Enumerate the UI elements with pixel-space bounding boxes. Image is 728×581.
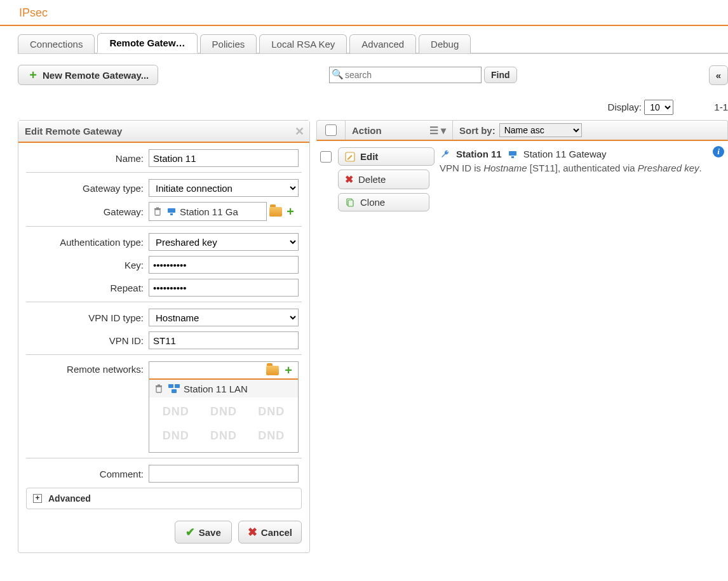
- vpnid-input[interactable]: [149, 331, 299, 349]
- add-icon[interactable]: +: [285, 206, 296, 217]
- search-input[interactable]: [329, 67, 482, 83]
- panel-title-label: Edit Remote Gateway: [25, 126, 122, 137]
- edit-label: Edit: [360, 151, 378, 162]
- svg-rect-15: [511, 156, 514, 158]
- tab-connections[interactable]: Connections: [18, 34, 95, 53]
- new-remote-gateway-label: New Remote Gateway...: [43, 70, 149, 81]
- svg-rect-14: [509, 151, 516, 156]
- pager-prev-button[interactable]: «: [709, 65, 728, 85]
- remote-networks-box: + Station 11 LAN: [149, 361, 299, 453]
- gateway-label: Gateway:: [26, 206, 149, 217]
- gateway-type-label: Gateway type:: [26, 183, 149, 194]
- svg-rect-10: [172, 389, 177, 393]
- gateway-object-name: Station 11 Ga: [180, 206, 238, 217]
- list-header: Action ☰ ▾ Sort by: Name asc: [316, 120, 728, 141]
- find-label: Find: [491, 70, 510, 80]
- clone-label: Clone: [360, 197, 385, 208]
- host-icon: [166, 206, 177, 217]
- folder-icon[interactable]: [266, 366, 279, 375]
- svg-rect-4: [170, 213, 173, 215]
- wrench-icon: [440, 149, 451, 160]
- network-item[interactable]: Station 11 LAN: [149, 380, 298, 397]
- trash-icon[interactable]: [152, 206, 163, 217]
- host-icon: [507, 149, 518, 160]
- folder-icon[interactable]: [269, 207, 282, 217]
- close-icon[interactable]: ✕: [295, 124, 304, 138]
- edit-icon: [345, 152, 355, 162]
- key-label: Key:: [26, 260, 149, 270]
- name-label: Name:: [26, 153, 149, 164]
- svg-rect-7: [158, 385, 160, 386]
- list-view-icon[interactable]: ☰ ▾: [429, 124, 446, 137]
- svg-rect-6: [156, 385, 162, 387]
- tab-policies[interactable]: Policies: [200, 34, 257, 53]
- svg-rect-1: [154, 208, 161, 210]
- delete-button[interactable]: ✖ Delete: [338, 170, 429, 189]
- delete-label: Delete: [358, 174, 386, 185]
- expand-icon: +: [33, 494, 42, 503]
- dnd-placeholder: DND: [156, 401, 196, 425]
- comment-input[interactable]: [149, 465, 299, 483]
- chevron-left-icon: «: [716, 70, 721, 81]
- clone-button[interactable]: Clone: [338, 193, 429, 211]
- action-header-label: Action: [352, 125, 382, 136]
- svg-rect-2: [156, 208, 159, 209]
- vpnid-type-label: VPN ID type:: [26, 312, 149, 323]
- svg-rect-0: [155, 210, 160, 215]
- svg-rect-8: [168, 384, 173, 388]
- svg-rect-13: [348, 200, 353, 206]
- cancel-button[interactable]: ✖ Cancel: [238, 521, 302, 544]
- svg-rect-9: [175, 384, 180, 388]
- dnd-dropzone[interactable]: DND DND DND DND DND DND: [149, 397, 298, 452]
- info-icon[interactable]: i: [713, 146, 724, 157]
- svg-rect-5: [156, 387, 161, 392]
- repeat-input[interactable]: [149, 279, 299, 297]
- dnd-placeholder: DND: [252, 425, 291, 450]
- tab-advanced[interactable]: Advanced: [349, 34, 416, 53]
- auth-type-label: Authentication type:: [26, 237, 149, 248]
- comment-label: Comment:: [26, 469, 149, 479]
- item-name: Station 11: [456, 147, 502, 161]
- find-button[interactable]: Find: [484, 67, 517, 83]
- vpnid-label: VPN ID:: [26, 335, 149, 346]
- page-title: IPsec: [0, 0, 728, 26]
- select-all-checkbox[interactable]: [325, 124, 337, 136]
- trash-icon[interactable]: [153, 383, 165, 394]
- new-remote-gateway-button[interactable]: + New Remote Gateway...: [18, 65, 158, 85]
- check-icon: ✔: [185, 525, 195, 539]
- network-item-name: Station 11 LAN: [184, 384, 248, 394]
- key-input[interactable]: [149, 256, 299, 274]
- display-range: 1-1: [714, 102, 728, 112]
- list-row: Edit ✖ Delete Clone: [316, 145, 728, 211]
- sort-by-label: Sort by:: [459, 125, 495, 136]
- vpnid-type-select[interactable]: Hostname: [149, 309, 299, 326]
- auth-type-select[interactable]: Preshared key: [149, 233, 299, 251]
- sort-by-select[interactable]: Name asc: [499, 123, 582, 137]
- gateway-type-select[interactable]: Initiate connection: [149, 179, 299, 197]
- tab-local-rsa-key[interactable]: Local RSA Key: [259, 34, 347, 53]
- advanced-toggle[interactable]: + Advanced: [26, 488, 302, 509]
- cross-icon: ✖: [248, 525, 257, 539]
- cancel-label: Cancel: [261, 527, 292, 538]
- gateway-object[interactable]: Station 11 Ga: [149, 202, 267, 221]
- row-checkbox[interactable]: [320, 151, 332, 163]
- save-label: Save: [199, 527, 221, 538]
- plus-icon: +: [27, 69, 39, 81]
- repeat-label: Repeat:: [26, 283, 149, 293]
- edit-remote-gateway-panel: Edit Remote Gateway ✕ Name: Gateway type…: [18, 120, 310, 553]
- add-icon[interactable]: +: [283, 364, 294, 376]
- tab-debug[interactable]: Debug: [419, 34, 471, 53]
- name-input[interactable]: [149, 149, 299, 167]
- dnd-placeholder: DND: [252, 401, 291, 425]
- tab-remote-gateways[interactable]: Remote Gatew…: [97, 33, 197, 53]
- edit-button[interactable]: Edit: [338, 147, 435, 166]
- clone-icon: [345, 197, 355, 208]
- save-button[interactable]: ✔ Save: [175, 521, 232, 544]
- search-icon: 🔍: [332, 69, 344, 80]
- remote-networks-label: Remote networks:: [26, 361, 149, 375]
- item-host: Station 11 Gateway: [523, 147, 607, 161]
- dnd-placeholder: DND: [156, 425, 196, 450]
- display-count-select[interactable]: 10: [644, 100, 673, 115]
- item-description: VPN ID is Hostname [ST11], authenticated…: [440, 161, 724, 175]
- svg-rect-3: [168, 208, 175, 213]
